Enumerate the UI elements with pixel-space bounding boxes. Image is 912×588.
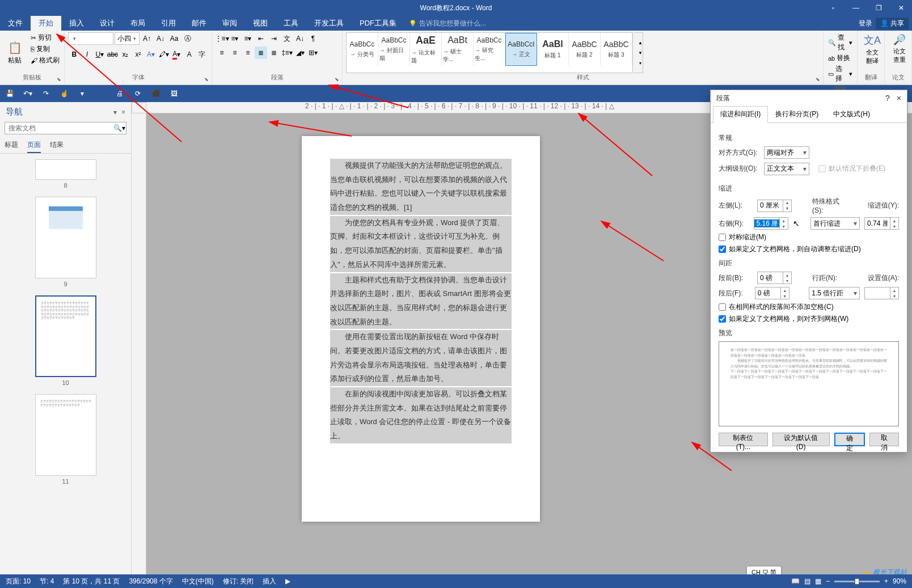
cut-button[interactable]: ✂剪切 [29,32,61,43]
styles-scroll-up-icon[interactable]: ▲ [634,37,647,48]
dialog-help-button[interactable]: ? [885,94,890,103]
line-spacing-combo[interactable]: 1.5 倍行距 [809,287,860,299]
qat-redo-icon[interactable]: ↷ [40,87,52,100]
format-painter-button[interactable]: 🖌格式刷 [29,55,61,66]
strikethrough-icon[interactable]: abc [107,48,119,61]
align-center-icon[interactable]: ≡ [229,46,241,59]
close-button[interactable]: ✕ [890,0,912,16]
ribbon-display-options[interactable]: ▫ [822,0,844,16]
styles-launcher[interactable]: ⬊ [814,75,822,83]
no-space-same-style-checkbox[interactable] [719,303,726,311]
multilevel-icon[interactable]: ≡▾ [242,32,254,45]
shading-icon[interactable]: ◢▾ [294,46,306,59]
align-right-icon[interactable]: ≡ [242,46,254,59]
line-spacing-icon[interactable]: ‡≡▾ [281,46,293,59]
menu-file[interactable]: 文件 [0,16,31,31]
alignment-combo[interactable]: 两端对齐 [764,146,809,159]
superscript-icon[interactable]: x² [132,48,145,61]
bullets-icon[interactable]: ⋮≡▾ [216,32,228,45]
view-web-icon[interactable]: ▦ [815,577,821,585]
nav-dropdown-icon[interactable]: ▾ [113,108,117,116]
thumb-page-9[interactable] [35,197,96,278]
spin-down-icon[interactable]: ▼ [781,293,789,299]
spin-down-icon[interactable]: ▼ [890,223,898,229]
qat-save-icon[interactable]: 💾 [3,87,16,100]
italic-icon[interactable]: I [81,48,94,61]
spin-up-icon[interactable]: ▲ [781,287,789,293]
spin-up-icon[interactable]: ▲ [890,287,898,293]
nav-search-button[interactable]: 🔍▾ [112,122,126,134]
select-button[interactable]: ▭选择▾ [827,64,854,84]
styles-more-icon[interactable]: ▾ [634,58,647,68]
share-button[interactable]: 👤 共享 [876,18,909,29]
status-word-count[interactable]: 396/2908 个字 [129,577,172,586]
view-print-icon[interactable]: ▤ [804,577,810,585]
qat-undo-icon[interactable]: ↶▾ [22,87,34,100]
underline-icon[interactable]: U▾ [94,48,106,61]
spin-up-icon[interactable]: ▲ [780,218,788,223]
justify-icon[interactable]: ≣ [255,46,267,59]
zoom-slider[interactable] [834,581,880,582]
status-page[interactable]: 页面: 10 [6,577,31,586]
style-item-2[interactable]: AaE→ 论文标题 [410,33,442,66]
ok-button[interactable]: 确定 [834,433,865,446]
replace-button[interactable]: ab替换 [827,53,854,64]
qat-print-icon[interactable]: 🖨 [113,87,126,100]
indent-left-spinner[interactable]: ▲▼ [757,200,792,212]
spin-up-icon[interactable]: ▲ [783,200,791,206]
menu-references[interactable]: 引用 [153,16,184,31]
nav-tab-headings[interactable]: 标题 [5,138,18,153]
paragraph-launcher[interactable]: ⬊ [333,75,341,83]
text-direction-icon[interactable]: 文 [281,32,293,45]
menu-view[interactable]: 视图 [245,16,276,31]
sort-icon[interactable]: A↓ [294,32,306,45]
nav-tab-pages[interactable]: 页面 [27,138,41,153]
style-item-1[interactable]: AaBbCc→ 封面日期 [378,33,410,66]
qat-touch-icon[interactable]: ☝ [58,87,70,100]
space-before-spinner[interactable]: ▲▼ [757,272,792,284]
font-name-combo[interactable] [68,32,113,45]
menu-developer[interactable]: 开发工具 [306,16,352,31]
font-launcher[interactable]: ⬊ [202,75,210,83]
font-color-icon[interactable]: A▾ [170,48,183,61]
text-effects-icon[interactable]: A▾ [145,48,157,61]
font-size-combo[interactable]: 小四 [115,32,140,45]
style-item-6[interactable]: AaBl标题 1 [537,33,569,66]
qat-window-icon[interactable]: ⬛ [150,87,162,100]
menu-review[interactable]: 审阅 [214,16,245,31]
dialog-tab-asian[interactable]: 中文版式(H) [826,106,877,122]
dialog-tab-pagination[interactable]: 换行和分页(P) [768,106,826,122]
nav-close-icon[interactable]: × [121,108,125,116]
bold-icon[interactable]: B [68,48,81,61]
style-item-0[interactable]: AaBbCc→ 分类号 [347,33,378,66]
style-item-8[interactable]: AaBbC标题 3 [601,33,632,66]
status-section[interactable]: 节: 4 [40,577,54,586]
indent-right-spinner[interactable]: ▲▼ [754,217,788,230]
decrease-indent-icon[interactable]: ⇤ [255,32,267,45]
snap-to-grid-checkbox[interactable] [719,315,726,323]
subscript-icon[interactable]: x₂ [119,48,132,61]
highlight-icon[interactable]: 🖍▾ [158,48,170,61]
style-item-7[interactable]: AaBbC标题 2 [569,33,601,66]
styles-scroll-down-icon[interactable]: ▼ [634,48,647,58]
qat-picture-icon[interactable]: 🖼 [168,87,180,100]
zoom-level[interactable]: 90% [893,577,906,585]
dialog-close-button[interactable]: × [897,94,901,103]
spin-up-icon[interactable]: ▲ [890,218,898,223]
mirror-indent-checkbox[interactable] [719,234,726,241]
paste-button[interactable]: 📋 粘贴 [3,32,26,73]
distribute-icon[interactable]: ≣ [268,46,280,59]
menu-pdf-tools[interactable]: PDF工具集 [352,16,404,31]
thesis-check-button[interactable]: 🔎 论文 查重 [888,32,911,65]
style-item-5[interactable]: AaBbCcI→ 正文 [505,33,537,66]
grow-font-icon[interactable]: A↑ [141,32,153,45]
borders-icon[interactable]: ⊞▾ [307,46,319,59]
menu-home[interactable]: 开始 [31,16,61,31]
space-after-spinner[interactable]: ▲▼ [755,287,789,299]
thumb-page-8[interactable] [35,159,96,180]
thumb-page-10[interactable]: 文字文字文字文字文字文字文字文字文字文字文字文字文字文字文字文字文字文字文字文字… [35,295,96,377]
increase-indent-icon[interactable]: ⇥ [268,32,280,45]
zoom-out-icon[interactable]: − [826,577,830,585]
thumb-page-11[interactable]: 文字文字文字文字文字文字文字文字文字文字文字文字文字文字文字文字 [35,394,96,476]
login-link[interactable]: 登录 [859,19,872,28]
